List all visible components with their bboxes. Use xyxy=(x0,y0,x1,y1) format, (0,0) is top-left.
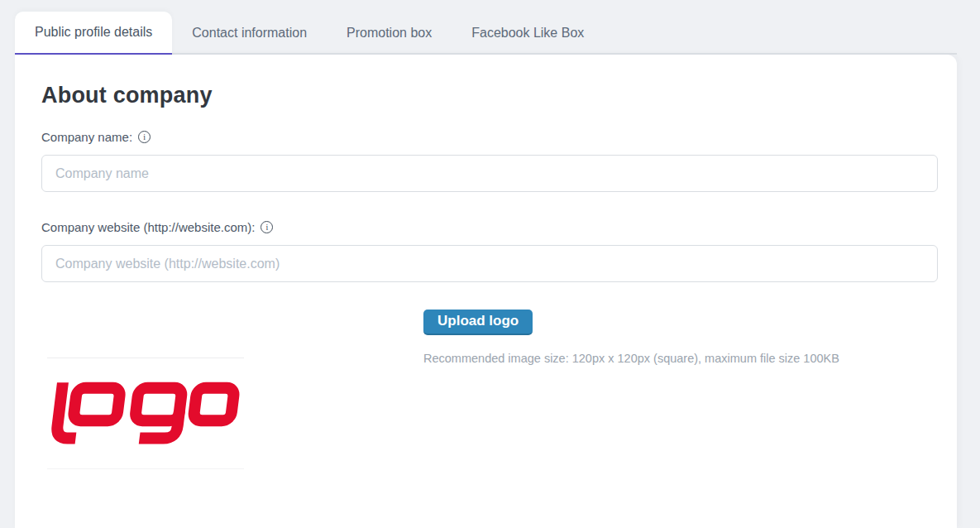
company-logo-image xyxy=(47,358,244,469)
profile-tabs: Public profile details Contact informati… xyxy=(0,0,980,55)
public-profile-panel: About company Company name: i Company we… xyxy=(15,55,957,528)
company-website-field: Company website (http://website.com): i xyxy=(41,220,938,282)
upload-logo-hint: Recommended image size: 120px x 120px (s… xyxy=(423,352,938,365)
info-icon[interactable]: i xyxy=(138,131,151,143)
company-name-field: Company name: i xyxy=(41,130,938,192)
logo-preview-column xyxy=(41,310,423,469)
company-profile-settings-page: Public profile details Contact informati… xyxy=(0,0,980,528)
upload-controls-column: Upload logo Recommended image size: 120p… xyxy=(423,310,938,469)
tab-promotion-box[interactable]: Promotion box xyxy=(327,12,452,55)
page-title: About company xyxy=(41,83,938,108)
tab-contact-information[interactable]: Contact information xyxy=(172,12,327,55)
company-website-label-text: Company website (http://website.com): xyxy=(41,220,255,234)
company-website-input[interactable] xyxy=(41,245,938,282)
upload-logo-button[interactable]: Upload logo xyxy=(423,310,533,335)
company-name-input[interactable] xyxy=(41,155,938,192)
tab-facebook-like-box[interactable]: Facebook Like Box xyxy=(452,12,604,55)
logo-artwork xyxy=(47,361,244,467)
tab-public-profile-details[interactable]: Public profile details xyxy=(15,12,172,55)
info-icon[interactable]: i xyxy=(261,221,273,233)
company-name-label: Company name: i xyxy=(41,130,938,144)
company-name-label-text: Company name: xyxy=(41,130,132,144)
company-website-label: Company website (http://website.com): i xyxy=(41,220,938,234)
logo-upload-section: Upload logo Recommended image size: 120p… xyxy=(41,310,938,469)
